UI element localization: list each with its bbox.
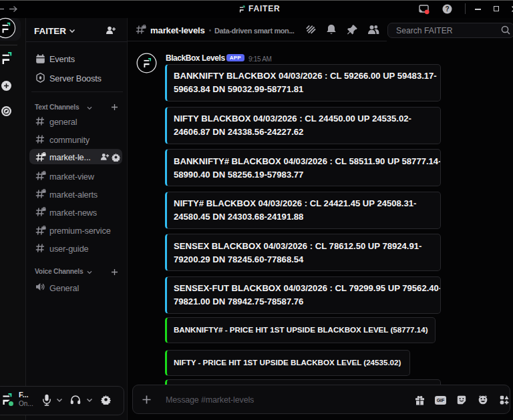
svg-text:?: ? <box>445 5 449 13</box>
